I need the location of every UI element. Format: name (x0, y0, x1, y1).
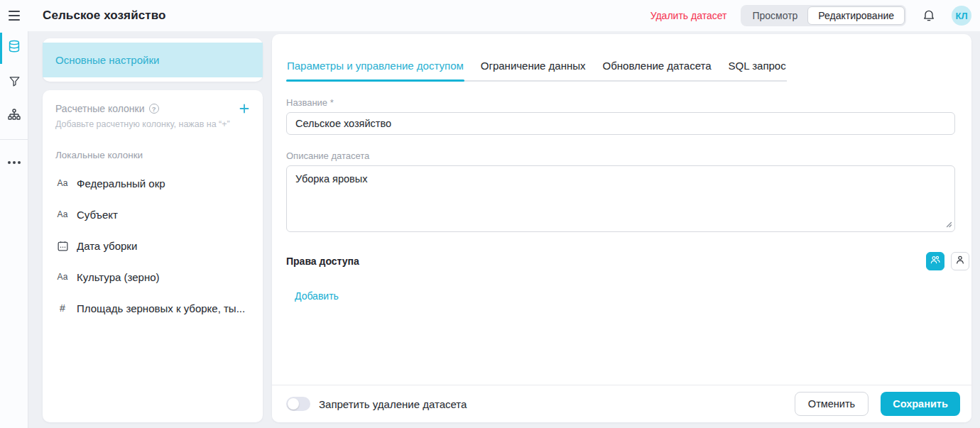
local-columns-label: Локальные колонки (55, 150, 251, 160)
app-header: Сельское хозяйство Удалить датасет Просм… (0, 0, 980, 31)
column-label: Площадь зерновых к уборке, ты... (77, 302, 245, 314)
rail-divider (0, 139, 28, 140)
calc-columns-header: Расчетные колонки ? (55, 101, 251, 116)
description-textarea[interactable]: Уборка яровых (286, 165, 955, 232)
left-icon-rail (0, 31, 28, 428)
card-footer: Запретить удаление датасета Отменить Сох… (272, 385, 971, 422)
rail-hierarchy-button[interactable] (0, 99, 28, 133)
database-icon (6, 39, 22, 57)
tab-data-restriction[interactable]: Ограничение данных (480, 60, 587, 80)
nav-item-main-settings[interactable]: Основные настройки (43, 43, 263, 77)
dataset-settings-card: Параметры и управление доступом Ограниче… (272, 34, 971, 422)
filter-icon (8, 75, 21, 91)
permissions-mode-buttons (926, 252, 969, 270)
column-label: Федеральный окр (77, 177, 165, 190)
name-input[interactable] (286, 112, 955, 135)
user-permissions-button[interactable] (951, 252, 969, 270)
local-columns-list: Аа Федеральный окр Аа Субъект Дата (55, 168, 251, 324)
tab-dataset-update[interactable]: Обновление датасета (602, 60, 712, 80)
cancel-button[interactable]: Отменить (795, 392, 869, 416)
bell-icon[interactable] (920, 7, 937, 24)
group-permissions-button[interactable] (926, 252, 944, 270)
number-type-icon: # (55, 302, 70, 314)
avatar[interactable]: КЛ (952, 6, 971, 26)
save-button[interactable]: Сохранить (881, 392, 960, 416)
description-field: Уборка яровых (286, 165, 955, 235)
calendar-icon (55, 240, 70, 252)
description-field-label: Описание датасета (286, 150, 955, 161)
hierarchy-icon (7, 108, 21, 125)
page-title: Сельское хозяйство (43, 9, 166, 23)
list-item[interactable]: Аа Культура (зерно) (55, 261, 251, 292)
add-permission-link[interactable]: Добавить (295, 290, 339, 302)
column-label: Субъект (77, 209, 118, 221)
forbid-deletion-label: Запретить удаление датасета (319, 398, 467, 410)
permissions-label: Права доступа (286, 256, 359, 267)
calc-columns-hint: Добавьте расчетную колонку, нажав на “+” (55, 119, 251, 129)
mode-switcher: Просмотр Редактирование (741, 5, 906, 26)
header-actions: Удалить датасет Просмотр Редактирование … (650, 5, 971, 26)
settings-nav-card: Основные настройки (43, 38, 263, 82)
dataset-editor-screen: Сельское хозяйство Удалить датасет Просм… (0, 0, 980, 428)
list-item[interactable]: Аа Федеральный окр (55, 168, 251, 199)
ellipsis-icon (8, 161, 21, 164)
calc-columns-title: Расчетные колонки ? (55, 103, 159, 114)
rail-more-button[interactable] (0, 146, 28, 180)
person-icon (954, 254, 966, 268)
tab-params-access[interactable]: Параметры и управление доступом (286, 60, 464, 80)
permissions-row: Права доступа (286, 252, 969, 270)
add-calc-column-button[interactable] (237, 101, 251, 116)
list-item[interactable]: # Площадь зерновых к уборке, ты... (55, 292, 251, 324)
list-item[interactable]: Аа Субъект (55, 199, 251, 230)
tab-sql-query[interactable]: SQL запрос (728, 60, 787, 80)
footer-buttons: Отменить Сохранить (795, 392, 960, 416)
calc-columns-title-text: Расчетные колонки (55, 103, 145, 114)
group-icon (930, 254, 941, 268)
string-type-icon: Аа (55, 178, 70, 188)
list-item[interactable]: Дата уборки (55, 230, 251, 261)
settings-tabs: Параметры и управление доступом Ограниче… (286, 60, 787, 82)
mode-view-button[interactable]: Просмотр (742, 6, 807, 25)
mode-edit-button[interactable]: Редактирование (807, 6, 905, 25)
delete-dataset-link[interactable]: Удалить датасет (650, 10, 727, 21)
menu-icon[interactable] (0, 0, 28, 31)
rail-filters-button[interactable] (0, 65, 28, 99)
fields-panel: Расчетные колонки ? Добавьте расчетную к… (43, 90, 263, 422)
help-icon[interactable]: ? (149, 104, 159, 114)
string-type-icon: Аа (55, 209, 70, 219)
forbid-deletion-toggle[interactable] (286, 397, 310, 411)
string-type-icon: Аа (55, 272, 70, 282)
name-field-label: Название * (286, 97, 955, 108)
rail-dataset-sources-button[interactable] (0, 31, 28, 65)
column-label: Культура (зерно) (77, 271, 160, 283)
column-label: Дата уборки (77, 240, 137, 252)
